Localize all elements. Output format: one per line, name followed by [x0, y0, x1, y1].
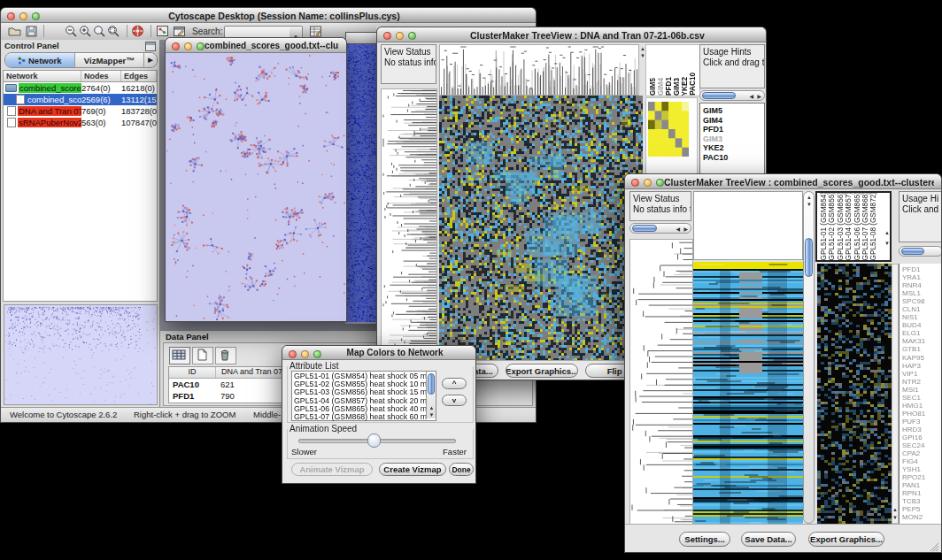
- zoom-out-icon[interactable]: [65, 25, 80, 38]
- attribute-item[interactable]: GPL51-02 (GSM855) heat shock 10 min: [294, 380, 427, 388]
- gene-label[interactable]: YRA1: [902, 273, 942, 281]
- tab-network[interactable]: Network: [5, 53, 75, 67]
- gene-label[interactable]: RPN1: [902, 489, 942, 497]
- export-graphics-button[interactable]: Export Graphics...: [506, 364, 578, 378]
- new-attribute-icon[interactable]: [192, 347, 213, 364]
- birdseye-view-canvas[interactable]: [4, 304, 158, 405]
- treeview1-hscrollbar[interactable]: ◀ ▶: [699, 90, 765, 101]
- done-button[interactable]: Done: [449, 463, 474, 476]
- help-lifesaver-icon[interactable]: [131, 25, 146, 38]
- scroll-right-icon[interactable]: ▶: [683, 226, 688, 232]
- row-dendrogram-canvas[interactable]: [629, 239, 693, 525]
- id-column-header[interactable]: ID: [169, 367, 216, 378]
- scroll-up-icon[interactable]: ▲: [807, 195, 812, 200]
- scroll-up-icon[interactable]: ▲: [429, 405, 435, 410]
- float-panel-icon[interactable]: [145, 42, 156, 51]
- network-row[interactable]: combined_sco 2569(6) 13112(15): [4, 94, 157, 105]
- scroll-up-icon[interactable]: ▲: [884, 230, 890, 235]
- scroll-down-icon[interactable]: ▼: [429, 412, 435, 418]
- gene-label[interactable]: GIM5: [703, 106, 764, 116]
- heatmap-canvas[interactable]: [693, 262, 803, 524]
- gene-label[interactable]: SEC1: [902, 394, 942, 402]
- scroll-left-icon[interactable]: ◀: [749, 94, 753, 99]
- attribute-item[interactable]: GPL51-06 (GSM865) heat shock 40 min: [294, 405, 427, 413]
- network-row[interactable]: sRNAPuberNov2+ 563(0) 107847(0): [4, 117, 157, 128]
- column-nodes[interactable]: Nodes: [81, 71, 121, 81]
- column-dendrogram-canvas[interactable]: [439, 44, 639, 96]
- close-icon[interactable]: [631, 179, 639, 187]
- zoom-window-icon[interactable]: [197, 42, 205, 50]
- scroll-down-icon[interactable]: ▼: [807, 202, 812, 207]
- zoom-fit-icon[interactable]: [93, 25, 108, 38]
- gene-label[interactable]: SEC24: [902, 441, 942, 449]
- gene-label[interactable]: RNR4: [902, 281, 942, 289]
- gene-label[interactable]: HMG1: [902, 402, 942, 410]
- gene-label[interactable]: TCB3: [902, 497, 942, 505]
- scroll-down-icon[interactable]: ▼: [892, 515, 898, 520]
- gene-label[interactable]: MSL1: [902, 289, 942, 297]
- attribute-browser-icon[interactable]: [309, 25, 324, 38]
- zoom-selected-icon[interactable]: [107, 25, 122, 38]
- gene-label[interactable]: PHO81: [902, 410, 942, 418]
- resize-grip-icon[interactable]: [929, 541, 939, 552]
- gene-label[interactable]: BUD4: [902, 321, 942, 329]
- gene-label[interactable]: GTB1: [902, 345, 942, 353]
- gene-label[interactable]: PAC10: [703, 153, 764, 163]
- tab-vizmapper[interactable]: VizMapper™: [75, 53, 145, 67]
- open-file-icon[interactable]: [8, 25, 23, 38]
- attribute-list-vscrollbar[interactable]: ▲ ▼: [426, 372, 436, 418]
- gene-label[interactable]: MON2: [902, 513, 942, 521]
- network-row[interactable]: DNA and Tran 07 769(0) 183728(0): [4, 105, 157, 117]
- gene-label[interactable]: PFD1: [902, 265, 942, 273]
- column-network[interactable]: Network: [4, 71, 81, 81]
- move-up-button[interactable]: ^: [442, 378, 467, 389]
- zoom-window-icon[interactable]: [656, 179, 664, 187]
- scroll-up-icon[interactable]: ▲: [892, 507, 898, 512]
- network-view-canvas[interactable]: [166, 53, 346, 320]
- treeview1-title-bar[interactable]: ClusterMaker TreeView : DNA and Tran 07-…: [376, 27, 767, 42]
- animate-vizmap-button[interactable]: Animate Vizmap: [291, 463, 373, 476]
- close-icon[interactable]: [289, 350, 297, 358]
- gene-label[interactable]: YKE2: [703, 143, 764, 153]
- zoom-window-icon[interactable]: [408, 32, 416, 40]
- attribute-item[interactable]: GPL51-04 (GSM857) heat shock 20 min: [294, 397, 427, 405]
- network-table-header[interactable]: Network Nodes Edges: [4, 71, 157, 82]
- delete-attribute-icon[interactable]: [215, 347, 236, 364]
- close-icon[interactable]: [383, 32, 391, 40]
- treeview2-vscrollbar[interactable]: ▲ ▼: [803, 191, 815, 524]
- gene-label[interactable]: GPI16: [902, 433, 942, 441]
- gene-label[interactable]: GIM3: [703, 134, 764, 144]
- gene-label[interactable]: PEP5: [902, 505, 942, 513]
- attribute-item[interactable]: GPL51-01 (GSM854) heat shock 05 min: [294, 372, 427, 380]
- minimize-icon[interactable]: [396, 32, 404, 40]
- zoom-in-icon[interactable]: [79, 25, 94, 38]
- gene-label[interactable]: YSH1: [902, 465, 942, 473]
- gene-label[interactable]: KAP95: [902, 354, 942, 362]
- close-icon[interactable]: [7, 12, 15, 20]
- zoom-window-icon[interactable]: [313, 350, 321, 358]
- heatmap-canvas[interactable]: [439, 96, 643, 360]
- gene-label[interactable]: GIM4: [703, 116, 764, 126]
- gene-label[interactable]: CLN1: [902, 305, 942, 313]
- treeview2-left-hscrollbar[interactable]: ◀ ▶: [629, 223, 691, 234]
- network-view-title-bar[interactable]: combined_scores_good.txt--cluste...: [165, 37, 347, 53]
- gene-label[interactable]: HAP3: [902, 362, 942, 370]
- gene-label[interactable]: VIP1: [902, 370, 942, 378]
- settings-button[interactable]: Settings...: [679, 532, 730, 547]
- network-row[interactable]: combined_scores 2764(0) 16218(0): [4, 82, 157, 94]
- minimize-icon[interactable]: [19, 12, 27, 20]
- gene-label[interactable]: PAN1: [902, 481, 942, 489]
- move-down-button[interactable]: v: [442, 395, 467, 406]
- gene-label[interactable]: SPC98: [902, 297, 942, 305]
- zoom-heatmap-canvas[interactable]: [817, 264, 892, 524]
- create-vizmap-button[interactable]: Create Vizmap: [379, 463, 446, 476]
- zoom-matrix-canvas[interactable]: [648, 102, 689, 157]
- edit-window-icon[interactable]: [173, 25, 188, 38]
- table-panel-icon[interactable]: [169, 347, 190, 364]
- treeview2-title-bar[interactable]: ClusterMaker TreeView : combined_scores_…: [624, 173, 942, 189]
- save-data-button[interactable]: Save Data...: [741, 532, 796, 547]
- main-title-bar[interactable]: Cytoscape Desktop (Session Name: collins…: [0, 7, 537, 23]
- gene-label[interactable]: PFD1: [703, 125, 764, 134]
- gene-label[interactable]: CPA2: [902, 449, 942, 457]
- treeview2-usage-hscrollbar[interactable]: [899, 246, 942, 257]
